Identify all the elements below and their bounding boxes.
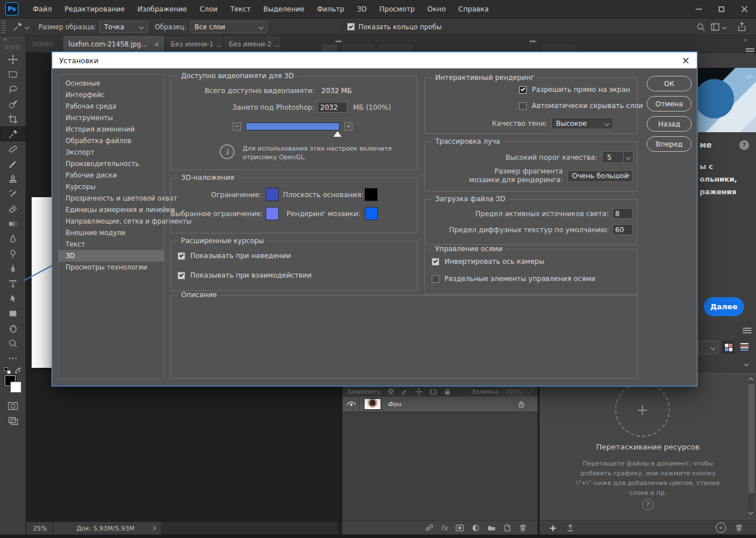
menu-window[interactable]: Окно <box>421 0 452 18</box>
link-layers-icon[interactable] <box>425 523 434 532</box>
help-icon[interactable]: ? <box>739 140 749 150</box>
vram-increase-button[interactable]: + <box>344 122 352 130</box>
render-tiles-color-swatch[interactable] <box>364 207 378 220</box>
tab-grip[interactable] <box>33 42 52 47</box>
layer-row[interactable]: Фон <box>343 397 538 412</box>
hand-tool[interactable] <box>0 321 26 336</box>
background-color-swatch[interactable] <box>10 382 21 393</box>
eyedropper-tool-icon[interactable] <box>13 22 22 32</box>
dialog-title-bar[interactable]: Установки × <box>52 52 697 68</box>
close-window-button[interactable] <box>733 0 756 18</box>
menu-file[interactable]: Файл <box>26 0 58 18</box>
libraries-filter-dropdown[interactable] <box>698 341 719 354</box>
menu-layers[interactable]: Слои <box>193 0 224 18</box>
move-tool[interactable] <box>0 52 26 67</box>
vram-decrease-button[interactable]: − <box>233 122 241 130</box>
spot-healing-brush-tool[interactable] <box>0 141 26 156</box>
pref-item-file-handling[interactable]: Обработка файлов <box>59 135 164 147</box>
back-button[interactable]: Назад <box>647 116 692 132</box>
document-tab-2[interactable]: Без имени-1 ...× <box>166 36 223 53</box>
separate-axis-controls-checkbox[interactable] <box>432 275 439 283</box>
clone-stamp-tool[interactable] <box>0 171 26 186</box>
crop-tool[interactable] <box>0 112 26 126</box>
menu-edit[interactable]: Редактирование <box>58 0 131 18</box>
constraint-color-swatch[interactable] <box>266 188 279 201</box>
lock-paint-icon[interactable] <box>401 388 408 395</box>
pref-item-type[interactable]: Текст <box>59 239 164 250</box>
diffuse-textures-input[interactable] <box>612 224 633 235</box>
new-layer-icon[interactable] <box>503 524 512 532</box>
pref-item-scratch-disks[interactable]: Рабочие диски <box>59 170 164 181</box>
document-tab-active[interactable]: luxfon.com-21458.jpg @ 25% (RGB/8) *× <box>63 36 165 53</box>
expand-chevron-icon[interactable] <box>744 362 749 366</box>
screen-mode-button[interactable] <box>0 413 26 428</box>
menu-select[interactable]: Выделение <box>257 0 310 18</box>
pref-item-3d-selected[interactable]: 3D <box>59 250 164 262</box>
vram-slider-thumb[interactable] <box>333 131 341 137</box>
show-on-hover-checkbox[interactable] <box>178 252 185 260</box>
ground-plane-color-swatch[interactable] <box>364 188 378 201</box>
blur-tool[interactable] <box>0 231 26 246</box>
gradient-tool[interactable] <box>0 216 26 231</box>
toolbar-collapse-icon[interactable]: » <box>0 36 25 44</box>
type-tool[interactable] <box>0 276 26 291</box>
lock-artboard-icon[interactable] <box>429 388 437 395</box>
show-sampling-ring-checkbox[interactable] <box>347 23 355 30</box>
rectangle-shape-tool[interactable] <box>0 306 26 321</box>
grid-view-icon[interactable] <box>722 341 735 353</box>
document-tab-3[interactable]: Без имени-2 ...× <box>224 36 281 53</box>
zoom-level-field[interactable]: 25% <box>27 522 53 535</box>
selected-constraint-color-swatch[interactable] <box>266 207 279 220</box>
default-colors-icon[interactable] <box>4 367 11 374</box>
menu-image[interactable]: Изображение <box>131 0 193 18</box>
fill-chevron-icon[interactable] <box>524 387 533 396</box>
menu-help[interactable]: Справка <box>452 0 495 18</box>
creative-cloud-icon[interactable]: ∞ <box>716 522 726 533</box>
vram-used-input[interactable] <box>317 102 347 113</box>
history-brush-tool[interactable] <box>0 186 26 201</box>
tool-preset-chevron-icon[interactable] <box>25 24 29 29</box>
pref-item-workspace[interactable]: Рабочая среда <box>59 101 164 112</box>
workspace-switcher-icon[interactable] <box>710 22 726 32</box>
eyedropper-tool[interactable] <box>0 126 26 141</box>
pref-item-export[interactable]: Экспорт <box>59 147 164 158</box>
next-button[interactable]: Далее <box>704 297 744 316</box>
dialog-close-icon[interactable]: × <box>682 56 690 66</box>
auto-hide-layers-checkbox[interactable] <box>519 102 527 110</box>
pen-tool[interactable] <box>0 261 26 276</box>
tab-close-icon[interactable]: × <box>155 41 159 48</box>
panel-collapse-icon[interactable]: » <box>744 37 747 43</box>
edit-toolbar-icon[interactable] <box>0 351 26 366</box>
menu-3d[interactable]: 3D <box>351 0 373 18</box>
pref-item-technology-previews[interactable]: Просмотры технологии <box>59 262 164 273</box>
pref-item-interface[interactable]: Интерфейс <box>59 89 164 101</box>
ok-button[interactable]: ОК <box>647 76 692 91</box>
pref-item-general[interactable]: Основные <box>59 78 164 89</box>
quick-mask-button[interactable] <box>0 398 26 413</box>
cancel-button[interactable]: Отмена <box>647 96 692 112</box>
layer-thumbnail[interactable] <box>364 398 381 410</box>
adjustment-layer-icon[interactable] <box>471 524 480 532</box>
dock-collapse-right-icon[interactable]: ►► <box>530 39 536 44</box>
trash-icon[interactable] <box>735 524 743 532</box>
dodge-tool[interactable] <box>0 246 26 261</box>
menu-view[interactable]: Просмотр <box>373 0 421 18</box>
pref-item-transparency[interactable]: Прозрачность и цветовой охват <box>59 193 164 204</box>
new-group-icon[interactable] <box>487 524 496 532</box>
path-selection-tool[interactable] <box>0 291 26 306</box>
show-on-interaction-checkbox[interactable] <box>178 272 185 279</box>
brush-tool[interactable] <box>0 156 26 171</box>
options-grip[interactable] <box>1 21 6 33</box>
libraries-help-icon[interactable]: ? <box>642 499 654 510</box>
menu-filter[interactable]: Фильтр <box>310 0 350 18</box>
quick-selection-tool[interactable] <box>0 97 26 112</box>
sample-source-dropdown[interactable]: Все слои <box>190 21 267 33</box>
share-icon[interactable] <box>737 22 747 32</box>
pref-item-units[interactable]: Единицы измерения и линейки <box>59 204 164 216</box>
swap-colors-icon[interactable] <box>14 367 22 374</box>
scrollbar[interactable] <box>749 382 754 513</box>
layer-visibility-toggle[interactable] <box>343 397 360 412</box>
direct-to-screen-checkbox[interactable] <box>519 86 527 94</box>
forward-button[interactable]: Вперед <box>647 136 692 152</box>
sample-size-dropdown[interactable]: Точка <box>99 21 148 33</box>
